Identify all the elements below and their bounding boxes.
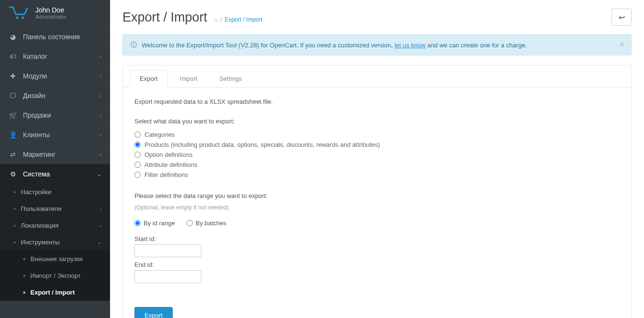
- double-chevron-icon: »: [23, 256, 26, 262]
- back-button[interactable]: ↩: [611, 9, 632, 26]
- chevron-down-icon: ⌄: [97, 239, 101, 245]
- cart-logo-icon: [9, 6, 29, 20]
- system-subnav: » Настройки » Пользователи › » Локализац…: [0, 184, 110, 301]
- double-chevron-icon: »: [13, 206, 16, 211]
- radio-attr-def[interactable]: [134, 162, 141, 168]
- gear-icon: ⚙: [9, 170, 17, 178]
- alert-text-b: and we can create one for a charge.: [425, 42, 527, 49]
- home-icon[interactable]: ⌂: [214, 16, 217, 23]
- chevron-right-icon: ›: [100, 132, 101, 138]
- radio-categories[interactable]: [134, 132, 141, 138]
- tab-settings[interactable]: Settings: [209, 70, 252, 88]
- range-hint: (Optional, leave empty if not needed): [134, 204, 620, 211]
- data-type-group: Select what data you want to export: Cat…: [134, 118, 620, 180]
- data-type-label: Select what data you want to export:: [134, 118, 620, 125]
- double-chevron-icon: »: [13, 189, 16, 195]
- subnav-tools[interactable]: » Инструменты ⌄: [0, 234, 110, 251]
- info-icon: ⓘ: [131, 41, 137, 49]
- subnav-tools-label: Инструменты: [21, 239, 60, 246]
- nav-design-label: Дизайн: [23, 92, 100, 99]
- radio-categories-label: Categories: [144, 131, 175, 138]
- main-nav: ◕ Панель состояния 🏷 Каталог › ✚ Модули …: [0, 27, 110, 301]
- end-id-label: End id:: [134, 261, 620, 268]
- export-button[interactable]: Export: [134, 307, 173, 318]
- alert-close-button[interactable]: ×: [619, 40, 624, 50]
- chevron-right-icon: ›: [100, 93, 101, 99]
- page-title: Export / Import: [122, 10, 207, 25]
- nav-modules[interactable]: ✚ Модули ›: [0, 66, 110, 86]
- nav-dashboard-label: Панель состояния: [23, 33, 101, 41]
- desktop-icon: 🖵: [9, 92, 17, 99]
- nav-clients[interactable]: 👤 Клиенты ›: [0, 125, 110, 144]
- tab-bar: Export Import Settings: [123, 66, 631, 88]
- nav-sales[interactable]: 🛒 Продажи ›: [0, 105, 110, 125]
- export-lead: Export requested data to a XLSX spreadsh…: [134, 98, 620, 105]
- subnav-localization-label: Локализация: [21, 222, 59, 229]
- main-panel: Export Import Settings Export requested …: [122, 65, 632, 318]
- chevron-right-icon: ›: [100, 112, 101, 118]
- radio-products[interactable]: [134, 142, 141, 148]
- tags-icon: 🏷: [9, 53, 17, 60]
- subsub-external-uploads[interactable]: » Внешние загрузки: [0, 251, 110, 267]
- radio-by-id-range[interactable]: [134, 220, 141, 226]
- chevron-right-icon: ›: [100, 73, 101, 79]
- nav-sales-label: Продажи: [23, 111, 100, 119]
- tab-export[interactable]: Export: [130, 70, 168, 88]
- chevron-right-icon: ›: [100, 152, 101, 157]
- nav-catalog[interactable]: 🏷 Каталог ›: [0, 46, 110, 66]
- radio-by-id-label: By id range: [144, 219, 175, 227]
- double-chevron-icon: »: [23, 273, 26, 278]
- radio-option-def[interactable]: [134, 152, 141, 158]
- chevron-right-icon: ›: [100, 223, 101, 229]
- nav-marketing[interactable]: ⇄ Маркетинг ›: [0, 144, 110, 164]
- nav-system-label: Система: [23, 170, 97, 178]
- dashboard-icon: ◕: [9, 33, 17, 41]
- tab-import[interactable]: Import: [170, 70, 208, 88]
- range-label: Please select the data range you want to…: [134, 192, 620, 199]
- sidebar: John Doe Administrator ◕ Панель состояни…: [0, 0, 110, 318]
- svg-point-1: [22, 17, 24, 19]
- nav-modules-label: Модули: [23, 72, 100, 80]
- chevron-right-icon: ›: [100, 54, 101, 59]
- subnav-settings-label: Настройки: [21, 188, 52, 196]
- subnav-users-label: Пользователи: [21, 205, 62, 212]
- nav-design[interactable]: 🖵 Дизайн ›: [0, 86, 110, 105]
- double-chevron-icon: »: [23, 290, 26, 295]
- subnav-users[interactable]: » Пользователи ›: [0, 200, 110, 217]
- range-group: Please select the data range you want to…: [134, 192, 620, 283]
- chevron-down-icon: ⌄: [97, 171, 101, 177]
- cart-icon: 🛒: [9, 111, 17, 119]
- profile-block: John Doe Administrator: [0, 0, 110, 27]
- share-icon: ⇄: [9, 151, 17, 158]
- export-tab-content: Export requested data to a XLSX spreadsh…: [123, 88, 631, 318]
- radio-filter-def[interactable]: [134, 172, 141, 178]
- subsub-import-export-ru[interactable]: » Импорт / Экспорт: [0, 267, 110, 284]
- subnav-localization[interactable]: » Локализация ›: [0, 217, 110, 234]
- subsub-importexport-ru-label: Импорт / Экспорт: [31, 272, 81, 279]
- breadcrumb-current[interactable]: Export / Import: [225, 16, 263, 23]
- alert-text-a: Welcome to the Export/Import Tool (V2.28…: [142, 42, 394, 49]
- nav-clients-label: Клиенты: [23, 131, 100, 139]
- radio-by-batches[interactable]: [187, 220, 193, 226]
- start-id-label: Start id:: [134, 235, 620, 242]
- radio-products-label: Products (including product data, option…: [144, 141, 380, 148]
- alert-link[interactable]: let us know: [394, 42, 425, 49]
- profile-role: Administrator: [35, 14, 67, 20]
- subnav-settings[interactable]: » Настройки: [0, 184, 110, 200]
- subsub-export-import[interactable]: » Export / Import: [0, 284, 110, 301]
- puzzle-icon: ✚: [9, 72, 17, 80]
- nav-system[interactable]: ⚙ Система ⌄: [0, 164, 110, 184]
- main-content: Export / Import ⌂ / Export / Import ↩ ⓘ …: [110, 0, 644, 318]
- nav-dashboard[interactable]: ◕ Панель состояния: [0, 27, 110, 46]
- breadcrumb: ⌂ / Export / Import: [214, 16, 262, 23]
- radio-by-batches-label: By batches: [196, 219, 226, 227]
- nav-marketing-label: Маркетинг: [23, 151, 100, 158]
- subsub-external-label: Внешние загрузки: [31, 255, 83, 263]
- svg-point-0: [16, 17, 19, 19]
- end-id-input[interactable]: [134, 270, 201, 283]
- subsub-exportimport-label: Export / Import: [31, 289, 75, 296]
- reply-icon: ↩: [619, 13, 625, 22]
- breadcrumb-separator: /: [220, 16, 222, 23]
- start-id-input[interactable]: [134, 244, 201, 257]
- nav-catalog-label: Каталог: [23, 53, 100, 60]
